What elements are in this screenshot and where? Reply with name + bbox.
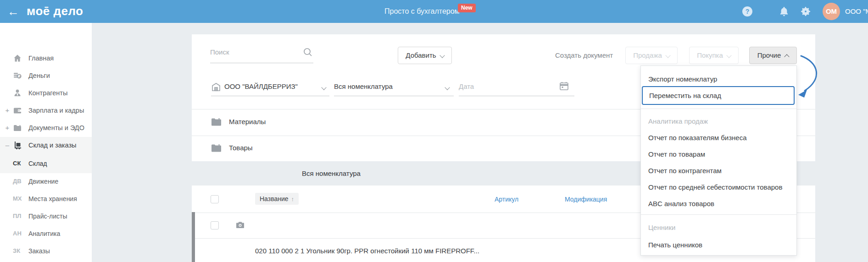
sort-ascending-icon: ↑ xyxy=(291,196,295,202)
subitem-code: ЗК xyxy=(13,242,20,260)
menu-item-print-price-tags[interactable]: Печать ценников xyxy=(641,238,796,252)
sidebar: Главная ₽ Деньги Контрагенты + Зарплата … xyxy=(0,23,92,262)
column-header-modification[interactable]: Модификация xyxy=(565,196,607,203)
folder-name: Товары xyxy=(229,144,253,152)
app-logo[interactable]: мое̄ дело xyxy=(27,0,83,23)
expand-plus-icon[interactable]: + xyxy=(4,102,11,119)
collapse-minus-icon[interactable]: – xyxy=(4,136,11,154)
row-checkbox[interactable] xyxy=(211,221,219,229)
folder-icon xyxy=(13,123,22,132)
table-scrollbar[interactable] xyxy=(192,212,195,262)
sidebar-item-home[interactable]: Главная xyxy=(0,49,92,67)
folder-icon xyxy=(211,144,221,152)
subitem-code: СК xyxy=(13,155,21,172)
account-name[interactable]: ООО "МОЕ ДЕЛО" xyxy=(845,0,868,23)
sidebar-item-documents[interactable]: + Документы и ЭДО xyxy=(0,119,92,136)
chevron-down-icon[interactable] xyxy=(321,85,326,90)
other-actions-menu: Экспорт номенклатур Переместить на склад… xyxy=(640,66,797,256)
menu-group-price-tags: Ценники xyxy=(641,221,796,235)
subitem-label: Аналитика xyxy=(28,225,60,242)
sidebar-item-label: Главная xyxy=(28,49,54,67)
subitem-label: Движение xyxy=(28,173,58,190)
warehouse-icon xyxy=(13,141,22,150)
menu-item-business-report[interactable]: Отчет по показателям бизнеса xyxy=(641,131,796,145)
sale-button[interactable]: Продажа xyxy=(625,47,678,64)
top-bar: ← мое̄ дело Просто с бухгалтером New ? О… xyxy=(0,0,868,23)
back-button[interactable]: ← xyxy=(7,0,19,23)
sidebar-item-label: Контрагенты xyxy=(28,84,67,102)
money-icon: ₽ xyxy=(13,71,22,80)
subitem-label: Места хранения xyxy=(28,190,77,207)
menu-group-sales-analytics: Аналитика продаж xyxy=(641,115,796,128)
select-all-checkbox[interactable] xyxy=(211,195,219,203)
sidebar-item-label: Склад и заказы xyxy=(28,136,76,154)
sidebar-subitem-orders[interactable]: ЗК Заказы xyxy=(0,242,92,260)
sidebar-item-money[interactable]: ₽ Деньги xyxy=(0,67,92,84)
purchase-button[interactable]: Покупка xyxy=(689,47,739,64)
menu-item-contractors-report[interactable]: Отчет по контрагентам xyxy=(641,164,796,178)
menu-item-goods-report[interactable]: Отчет по товарам xyxy=(641,147,796,161)
notifications-bell-icon[interactable] xyxy=(778,5,790,17)
purchase-button-label: Покупка xyxy=(697,51,723,59)
add-button-label: Добавить xyxy=(406,51,436,59)
create-document-label: Создать документ xyxy=(555,51,613,59)
menu-item-abc-analysis[interactable]: ABC анализ товаров xyxy=(641,197,796,211)
home-icon xyxy=(13,54,22,63)
chevron-down-icon xyxy=(726,53,731,58)
subitem-label: Склад xyxy=(28,155,47,172)
chevron-up-icon xyxy=(785,54,790,59)
settings-gear-icon[interactable] xyxy=(800,5,812,17)
menu-item-move-to-warehouse[interactable]: Переместить на склад xyxy=(642,86,795,105)
folder-name: Материалы xyxy=(229,118,266,126)
sidebar-subitem-storage[interactable]: МХ Места хранения xyxy=(0,190,92,207)
new-badge: New xyxy=(458,4,476,12)
search-input[interactable]: Поиск xyxy=(210,48,229,56)
sidebar-subitem-analytics[interactable]: АН Аналитика xyxy=(0,225,92,242)
chevron-down-icon[interactable] xyxy=(445,85,450,90)
promo-link[interactable]: Просто с бухгалтером xyxy=(384,0,460,23)
other-button[interactable]: Прочие xyxy=(749,47,797,64)
folder-icon xyxy=(211,118,221,126)
sidebar-subitem-pricelists[interactable]: ПЛ Прайс-листы xyxy=(0,207,92,225)
calendar-icon[interactable] xyxy=(559,81,569,91)
column-header-label: Название xyxy=(260,195,289,202)
add-button[interactable]: Добавить xyxy=(398,47,452,64)
svg-text:?: ? xyxy=(746,8,750,15)
date-input[interactable]: Дата xyxy=(459,82,474,90)
company-select[interactable]: ООО "ВАЙЛДБЕРРИЗ" xyxy=(224,82,298,90)
chevron-down-icon xyxy=(440,53,445,58)
sidebar-item-payroll[interactable]: + Зарплата и кадры xyxy=(0,102,92,119)
sidebar-item-label: Деньги xyxy=(28,67,50,84)
help-icon[interactable]: ? xyxy=(741,5,753,17)
other-button-label: Прочие xyxy=(757,51,781,59)
avatar[interactable]: ОМ xyxy=(823,3,840,20)
expand-plus-icon[interactable]: + xyxy=(4,119,11,136)
subitem-label: Прайс-листы xyxy=(28,207,67,225)
subitem-code: АН xyxy=(13,225,22,242)
camera-icon xyxy=(236,222,244,229)
chevron-down-icon xyxy=(665,53,670,58)
subitem-code: ДВ xyxy=(13,173,22,190)
sidebar-subitem-movement[interactable]: ДВ Движение xyxy=(0,173,92,190)
wallet-icon xyxy=(13,106,22,115)
section-title: Вся номенклатура xyxy=(302,161,361,186)
svg-text:₽: ₽ xyxy=(18,74,20,78)
row-product-name: 020 110 000 2 1 Угольник 90гр. PPR огнес… xyxy=(255,247,479,255)
column-header-name[interactable]: Название↑ xyxy=(255,193,299,205)
menu-item-avg-cost-report[interactable]: Отчет по средней себестоимости товаров xyxy=(641,180,796,194)
sale-button-label: Продажа xyxy=(633,51,662,59)
column-header-article[interactable]: Артикул xyxy=(495,196,518,203)
sidebar-item-warehouse[interactable]: – Склад и заказы xyxy=(0,136,92,154)
sidebar-subitem-sklad[interactable]: СК Склад xyxy=(0,155,92,172)
subitem-code: ПЛ xyxy=(13,207,21,225)
contractors-icon xyxy=(13,88,22,98)
menu-item-export[interactable]: Экспорт номенклатур xyxy=(641,72,796,86)
sidebar-item-label: Документы и ЭДО xyxy=(28,119,84,136)
search-icon[interactable] xyxy=(303,47,313,57)
subitem-label: Заказы xyxy=(28,242,50,260)
nomenclature-select[interactable]: Вся номенклатура xyxy=(334,82,393,90)
sidebar-item-contractors[interactable]: Контрагенты xyxy=(0,84,92,102)
subitem-code: МХ xyxy=(13,190,22,207)
organization-icon xyxy=(211,82,221,92)
sidebar-item-label: Зарплата и кадры xyxy=(28,102,84,119)
